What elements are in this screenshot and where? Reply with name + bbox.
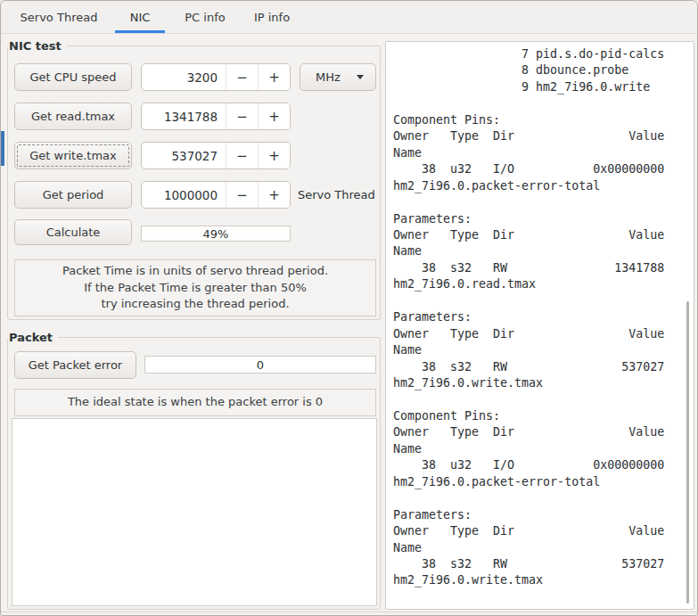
servo-thread-label: Servo Thread bbox=[298, 181, 375, 209]
output-line: Owner Type Dir Value bbox=[393, 523, 694, 539]
output-line: 9 hm2_7i96.0.write bbox=[393, 79, 694, 95]
read-tmax-value[interactable]: 1341788 bbox=[142, 103, 226, 129]
output-line: Owner Type Dir Value bbox=[393, 227, 694, 243]
tab-nic[interactable]: NIC bbox=[115, 1, 165, 33]
packet-error-field[interactable]: 0 bbox=[144, 356, 376, 374]
output-line: 38 u32 I/O 0x00000000 bbox=[393, 161, 694, 177]
period-decrement-button[interactable]: − bbox=[226, 182, 258, 208]
left-edge-accent bbox=[1, 131, 4, 166]
output-line: 38 s32 RW 537027 bbox=[393, 359, 694, 375]
packet-error-note: The ideal state is when the packet error… bbox=[14, 389, 376, 416]
tab-bar: Servo Thread NIC PC info IP info bbox=[1, 1, 697, 34]
output-line: hm2_7i96.0.read.tmax bbox=[393, 276, 694, 292]
write-tmax-value[interactable]: 537027 bbox=[142, 143, 226, 168]
packet-time-note-line1: Packet Time is in units of servo thread … bbox=[62, 263, 328, 280]
get-cpu-speed-button[interactable]: Get CPU speed bbox=[14, 63, 132, 91]
output-line: Owner Type Dir Value bbox=[393, 326, 694, 342]
output-line: Component Pins: bbox=[393, 408, 694, 424]
output-scrollbar[interactable] bbox=[686, 301, 689, 604]
period-value[interactable]: 1000000 bbox=[142, 182, 226, 208]
output-line bbox=[393, 490, 694, 506]
cpu-speed-value[interactable]: 3200 bbox=[142, 64, 226, 90]
output-line: Name bbox=[393, 342, 694, 358]
output-line: Owner Type Dir Value bbox=[393, 424, 694, 440]
app-window: Servo Thread NIC PC info IP info NIC tes… bbox=[0, 0, 698, 616]
output-line: hm2_7i96.0.packet-error-total bbox=[393, 474, 694, 490]
get-period-button[interactable]: Get period bbox=[14, 181, 132, 209]
period-spinbox: 1000000 − + bbox=[141, 181, 291, 209]
tab-pc-info[interactable]: PC info bbox=[176, 1, 234, 33]
output-line: Name bbox=[393, 441, 694, 457]
output-line: hm2_7i96.0.write.tmax bbox=[393, 375, 694, 391]
output-line: Parameters: bbox=[393, 211, 694, 227]
output-line: 7 pid.s.do-pid-calcs bbox=[393, 46, 694, 62]
output-line: 38 s32 RW 1341788 bbox=[393, 260, 694, 276]
packet-time-note-line3: try increasing the thread period. bbox=[101, 296, 289, 313]
packet-time-note-line2: If the Packet Time is greater than 50% bbox=[84, 280, 307, 297]
cpu-speed-decrement-button[interactable]: − bbox=[226, 64, 258, 90]
output-line bbox=[393, 293, 694, 309]
output-line bbox=[393, 194, 694, 210]
output-line bbox=[393, 95, 694, 111]
output-line: 8 dbounce.probe bbox=[393, 62, 694, 78]
output-line: 38 s32 RW 537027 bbox=[393, 556, 694, 572]
packet-group-title: Packet bbox=[8, 330, 58, 345]
write-tmax-decrement-button[interactable]: − bbox=[226, 143, 258, 168]
write-tmax-increment-button[interactable]: + bbox=[258, 143, 290, 168]
output-line: hm2_7i96.0.write.tmax bbox=[393, 572, 694, 588]
output-line: Name bbox=[393, 243, 694, 259]
nic-test-group-title: NIC test bbox=[8, 38, 67, 53]
output-line: Name bbox=[393, 540, 694, 556]
output-line: Parameters: bbox=[393, 309, 694, 325]
cpu-speed-spinbox: 3200 − + bbox=[141, 63, 291, 91]
output-line: Component Pins: bbox=[393, 112, 694, 128]
packet-time-percent-field[interactable]: 49% bbox=[141, 226, 291, 242]
unit-combobox[interactable]: MHz bbox=[300, 63, 376, 91]
write-tmax-spinbox: 537027 − + bbox=[141, 142, 291, 169]
cpu-speed-increment-button[interactable]: + bbox=[258, 64, 290, 90]
packet-group: Packet Get Packet error 0 The ideal stat… bbox=[7, 337, 381, 610]
output-line: 38 u32 I/O 0x00000000 bbox=[393, 457, 694, 473]
output-line: hm2_7i96.0.packet-error-total bbox=[393, 178, 694, 194]
unit-combobox-value: MHz bbox=[316, 70, 341, 84]
chevron-down-icon bbox=[357, 75, 364, 79]
get-read-tmax-button[interactable]: Get read.tmax bbox=[14, 103, 132, 130]
period-increment-button[interactable]: + bbox=[258, 182, 290, 208]
calculate-button[interactable]: Calculate bbox=[14, 219, 132, 245]
window-bottom-divider bbox=[1, 612, 697, 612]
packet-error-note-line: The ideal state is when the packet error… bbox=[68, 394, 323, 411]
packet-output-area[interactable] bbox=[12, 418, 377, 606]
hal-output-panel[interactable]: 7 pid.s.do-pid-calcs 8 dbounce.probe 9 h… bbox=[385, 41, 694, 610]
read-tmax-increment-button[interactable]: + bbox=[258, 103, 290, 129]
tab-servo-thread[interactable]: Servo Thread bbox=[8, 1, 110, 33]
packet-time-note: Packet Time is in units of servo thread … bbox=[14, 259, 376, 316]
output-line bbox=[393, 391, 694, 407]
nic-test-group: NIC test Get CPU speed 3200 − + MHz Get … bbox=[7, 45, 381, 320]
read-tmax-decrement-button[interactable]: − bbox=[226, 103, 258, 129]
read-tmax-spinbox: 1341788 − + bbox=[141, 103, 291, 130]
output-line: Parameters: bbox=[393, 507, 694, 523]
tab-ip-info[interactable]: IP info bbox=[243, 1, 300, 33]
output-line: Name bbox=[393, 145, 694, 161]
get-packet-error-button[interactable]: Get Packet error bbox=[14, 351, 136, 379]
get-write-tmax-button[interactable]: Get write.tmax bbox=[14, 142, 132, 169]
output-line: Owner Type Dir Value bbox=[393, 128, 694, 144]
